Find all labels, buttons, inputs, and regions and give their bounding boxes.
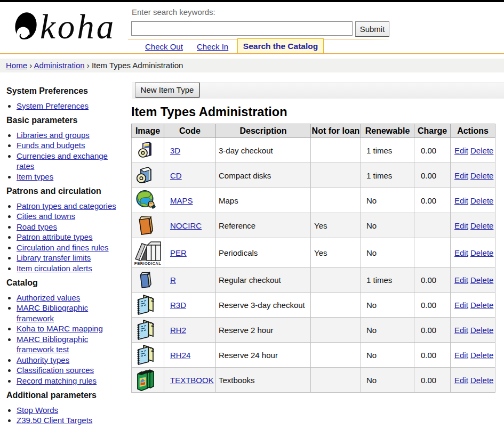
svg-text:PERIODICAL: PERIODICAL	[134, 261, 161, 265]
svg-text:koha: koha	[40, 10, 116, 46]
